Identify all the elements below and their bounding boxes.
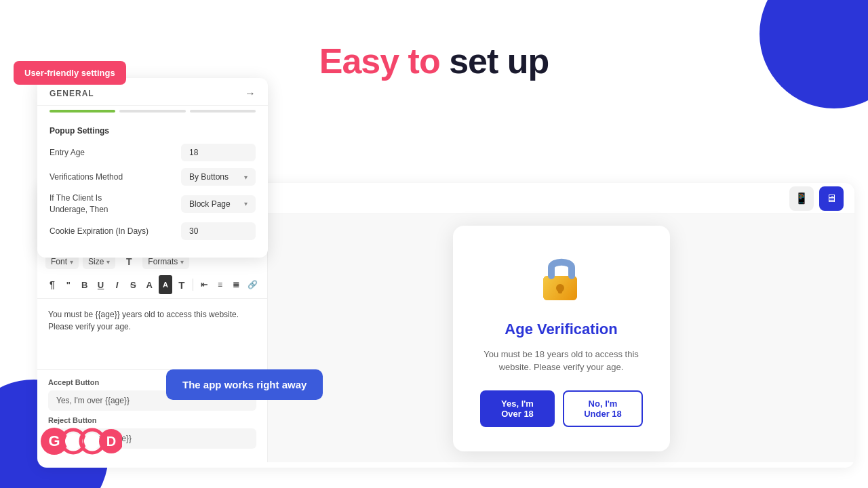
svg-text:G: G bbox=[48, 432, 60, 449]
accept-age-button[interactable]: Yes, I'm Over 18 bbox=[480, 390, 555, 427]
mobile-view-button[interactable]: 📱 bbox=[789, 186, 814, 211]
font-color-icon[interactable]: A bbox=[142, 275, 156, 294]
age-verification-description: You must be 18 years old to access this … bbox=[480, 348, 643, 374]
editor-text-area[interactable]: You must be {{age}} years old to access … bbox=[37, 299, 267, 369]
svg-text:D: D bbox=[106, 434, 116, 449]
age-verification-popup: Age Verification You must be 18 years ol… bbox=[453, 226, 670, 451]
header-title: Easy to set up bbox=[0, 41, 868, 81]
underage-action-row: If The Client Is Underage, Then Block Pa… bbox=[50, 192, 256, 216]
align-right-icon[interactable]: ≣ bbox=[229, 275, 243, 294]
toolbar-row2: ¶ " B U I S A A T ⇤ ≡ ≣ 🔗 bbox=[45, 275, 259, 294]
lock-icon bbox=[538, 250, 585, 304]
lock-icon-container bbox=[480, 250, 643, 307]
gooo-logo-svg: G D bbox=[41, 424, 122, 458]
desktop-icon: 🖥 bbox=[826, 192, 837, 205]
underage-action-value[interactable]: Block Page ▾ bbox=[181, 195, 256, 213]
cookie-expiration-value[interactable]: 30 bbox=[181, 222, 256, 240]
svg-rect-3 bbox=[558, 288, 562, 293]
preview-panel: Age Verification You must be 18 years ol… bbox=[268, 214, 854, 462]
verification-method-value[interactable]: By Buttons ▾ bbox=[181, 168, 256, 186]
popup-settings-label: Popup Settings bbox=[50, 126, 256, 136]
quote-icon[interactable]: " bbox=[62, 275, 75, 294]
entry-age-value[interactable]: 18 bbox=[181, 144, 256, 161]
mobile-icon: 📱 bbox=[795, 192, 808, 205]
underage-action-label: If The Client Is Underage, Then bbox=[50, 192, 131, 216]
progress-seg-3 bbox=[190, 110, 256, 113]
paragraph-icon[interactable]: ¶ bbox=[45, 275, 59, 294]
cookie-expiration-row: Cookie Expiration (In Days) 30 bbox=[50, 222, 256, 240]
bold-icon[interactable]: B bbox=[78, 275, 92, 294]
verification-method-row: Verifications Method By Buttons ▾ bbox=[50, 168, 256, 186]
av-buttons: Yes, I'm Over 18 No, I'm Under 18 bbox=[480, 390, 643, 427]
size-arrow: ▾ bbox=[106, 258, 110, 266]
highlight-icon[interactable]: A bbox=[159, 275, 172, 294]
underage-action-text: Block Page bbox=[189, 199, 231, 209]
align-center-icon[interactable]: ≡ bbox=[213, 275, 226, 294]
app-works-badge: The app works right away bbox=[166, 369, 323, 400]
italic-icon[interactable]: I bbox=[111, 275, 124, 294]
strikethrough-icon[interactable]: S bbox=[126, 275, 140, 294]
entry-age-number: 18 bbox=[189, 148, 198, 157]
title-easy-to: Easy to bbox=[319, 41, 440, 81]
bold-t-icon[interactable]: T bbox=[175, 275, 189, 294]
reject-button-label: Reject Button bbox=[48, 416, 256, 424]
progress-seg-1 bbox=[50, 110, 115, 113]
formats-arrow: ▾ bbox=[180, 258, 184, 266]
svg-point-9 bbox=[84, 433, 100, 449]
font-arrow: ▾ bbox=[70, 258, 73, 266]
user-friendly-badge: User-friendly settings bbox=[14, 61, 126, 85]
reject-age-button[interactable]: No, I'm Under 18 bbox=[563, 390, 642, 427]
underline-icon[interactable]: U bbox=[94, 275, 108, 294]
desktop-view-button[interactable]: 🖥 bbox=[819, 186, 844, 211]
progress-bar bbox=[37, 106, 268, 119]
link-icon[interactable]: 🔗 bbox=[245, 275, 259, 294]
progress-seg-2 bbox=[119, 110, 185, 113]
entry-age-label: Entry Age bbox=[50, 148, 181, 157]
gooo-logo: G D bbox=[41, 424, 122, 461]
entry-age-row: Entry Age 18 bbox=[50, 144, 256, 161]
cookie-expiration-label: Cookie Expiration (In Days) bbox=[50, 226, 181, 236]
title-set-up: set up bbox=[449, 41, 549, 81]
cookie-expiration-number: 30 bbox=[189, 226, 198, 236]
indent-icon[interactable]: ⇤ bbox=[197, 275, 211, 294]
toolbar-separator bbox=[193, 279, 193, 291]
svg-point-7 bbox=[65, 433, 81, 449]
underage-action-arrow: ▾ bbox=[244, 200, 248, 207]
general-card-title: GENERAL bbox=[50, 89, 94, 98]
size-label: Size bbox=[88, 257, 104, 266]
general-settings-card: GENERAL → Popup Settings Entry Age 18 Ve… bbox=[37, 78, 268, 258]
verification-method-arrow: ▾ bbox=[244, 174, 248, 181]
font-label: Font bbox=[51, 257, 67, 266]
age-verification-title: Age Verification bbox=[480, 321, 643, 338]
general-card-arrow[interactable]: → bbox=[245, 87, 256, 100]
popup-settings-section: Popup Settings Entry Age 18 Verification… bbox=[37, 119, 268, 258]
formats-label: Formats bbox=[148, 257, 178, 266]
verification-method-text: By Buttons bbox=[189, 172, 229, 182]
device-icons: 📱 🖥 bbox=[789, 186, 844, 211]
verification-method-label: Verifications Method bbox=[50, 172, 181, 182]
